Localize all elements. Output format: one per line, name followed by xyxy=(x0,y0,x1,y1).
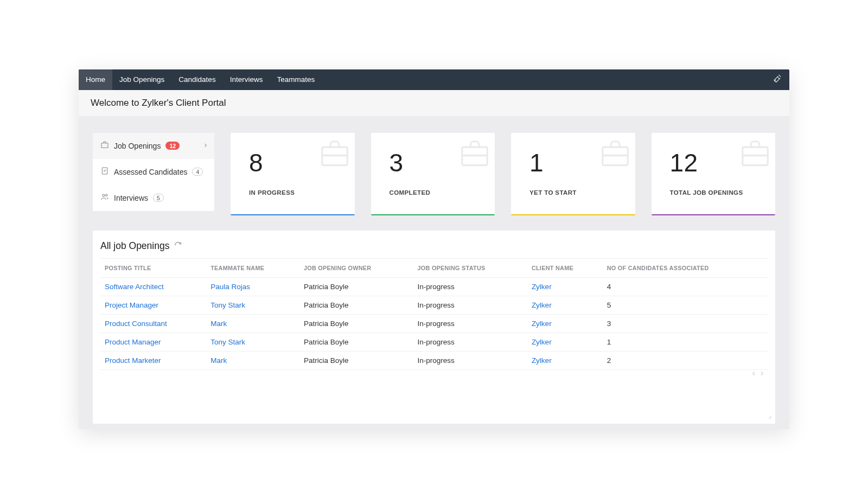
cell-client-name[interactable]: Zylker xyxy=(527,296,603,314)
cell-teammate-name-link[interactable]: Tony Stark xyxy=(210,301,245,309)
table-row: Product ConsultantMarkPatricia BoyleIn-p… xyxy=(100,314,768,333)
column-header[interactable]: CLIENT NAME xyxy=(527,258,603,277)
column-header[interactable]: POSTING TITLE xyxy=(100,258,206,277)
svg-point-2 xyxy=(103,194,105,196)
stat-underline xyxy=(511,214,635,215)
cell-job-opening-status: In-progress xyxy=(413,296,527,314)
cell-job-opening-status: In-progress xyxy=(413,333,527,351)
column-header[interactable]: JOB OPENING OWNER xyxy=(299,258,413,277)
column-header[interactable]: NO OF CANDIDATES ASSOCIATED xyxy=(603,258,768,277)
cell-posting-title[interactable]: Software Architect xyxy=(100,277,206,296)
sidebar-item-badge: 4 xyxy=(192,168,203,176)
cell-client-name[interactable]: Zylker xyxy=(527,351,603,369)
column-header[interactable]: TEAMMATE NAME xyxy=(206,258,299,277)
stat-label: YET TO START xyxy=(529,189,635,196)
sidebar-item-icon xyxy=(100,167,109,177)
cell-client-name[interactable]: Zylker xyxy=(527,333,603,351)
resize-handle-icon[interactable] xyxy=(764,412,772,422)
cell-job-opening-owner: Patricia Boyle xyxy=(299,296,413,314)
pager-prev-icon[interactable] xyxy=(750,369,757,379)
chevron-right-icon xyxy=(202,142,209,150)
cell-teammate-name-link[interactable]: Paula Rojas xyxy=(210,283,250,291)
cell-job-opening-status: In-progress xyxy=(413,277,527,296)
openings-table: POSTING TITLETEAMMATE NAMEJOB OPENING OW… xyxy=(100,258,768,370)
cell-posting-title-link[interactable]: Software Architect xyxy=(105,283,164,291)
cell-job-opening-status: In-progress xyxy=(413,351,527,369)
sidebar: Job Openings12Assessed Candidates4Interv… xyxy=(93,133,214,211)
cell-posting-title[interactable]: Product Manager xyxy=(100,333,206,351)
cell-candidates-count: 1 xyxy=(603,333,768,351)
stat-card-yet-to-start[interactable]: 1YET TO START xyxy=(511,133,635,215)
stat-card-completed[interactable]: 3COMPLETED xyxy=(371,133,495,215)
svg-line-13 xyxy=(770,417,771,418)
settings-tools-icon[interactable] xyxy=(772,74,782,86)
pager-next-icon[interactable] xyxy=(758,369,765,379)
cell-posting-title-link[interactable]: Project Manager xyxy=(105,301,158,309)
sidebar-item-interviews[interactable]: Interviews5 xyxy=(93,185,214,211)
stat-underline xyxy=(652,214,776,215)
table-row: Software ArchitectPaula RojasPatricia Bo… xyxy=(100,277,768,296)
nav-item-job-openings[interactable]: Job Openings xyxy=(112,69,171,90)
stat-label: COMPLETED xyxy=(390,189,495,196)
svg-rect-0 xyxy=(101,143,108,148)
sidebar-item-badge: 12 xyxy=(165,142,180,150)
nav-item-home[interactable]: Home xyxy=(79,69,112,90)
cell-posting-title[interactable]: Product Consultant xyxy=(100,314,206,333)
stats-row: 8IN PROGRESS3COMPLETED1YET TO START12TOT… xyxy=(231,133,775,215)
briefcase-icon xyxy=(738,137,772,173)
cell-job-opening-owner: Patricia Boyle xyxy=(299,351,413,369)
content-area: Job Openings12Assessed Candidates4Interv… xyxy=(79,117,789,429)
svg-line-12 xyxy=(769,416,771,419)
cell-job-opening-status: In-progress xyxy=(413,314,527,333)
cell-candidates-count: 5 xyxy=(603,296,768,314)
sidebar-item-label: Assessed Candidates xyxy=(114,168,187,176)
stat-label: IN PROGRESS xyxy=(249,189,355,196)
stat-underline xyxy=(371,214,495,215)
cell-teammate-name[interactable]: Paula Rojas xyxy=(206,277,299,296)
cell-posting-title-link[interactable]: Product Consultant xyxy=(105,320,167,328)
nav-item-interviews[interactable]: Interviews xyxy=(223,69,270,90)
cell-teammate-name-link[interactable]: Mark xyxy=(210,356,227,365)
sidebar-item-label: Job Openings xyxy=(114,142,161,150)
cell-posting-title-link[interactable]: Product Marketer xyxy=(105,356,161,365)
sidebar-item-badge: 5 xyxy=(153,194,164,202)
cell-teammate-name[interactable]: Mark xyxy=(206,351,299,369)
sidebar-item-label: Interviews xyxy=(114,194,148,202)
cell-posting-title-link[interactable]: Product Manager xyxy=(105,338,161,346)
svg-point-3 xyxy=(106,194,107,196)
all-job-openings-panel: All job Openings POSTING TITLETEAMMATE N… xyxy=(93,231,775,424)
briefcase-icon xyxy=(598,137,632,173)
cell-client-name[interactable]: Zylker xyxy=(527,314,603,333)
table-row: Project ManagerTony StarkPatricia BoyleI… xyxy=(100,296,768,314)
cell-posting-title[interactable]: Project Manager xyxy=(100,296,206,314)
cell-teammate-name-link[interactable]: Tony Stark xyxy=(210,338,245,346)
cell-posting-title[interactable]: Product Marketer xyxy=(100,351,206,369)
cell-teammate-name[interactable]: Mark xyxy=(206,314,299,333)
cell-client-name-link[interactable]: Zylker xyxy=(532,320,552,328)
sidebar-item-icon xyxy=(100,141,109,151)
refresh-icon[interactable] xyxy=(174,240,182,252)
cell-job-opening-owner: Patricia Boyle xyxy=(299,333,413,351)
cell-client-name[interactable]: Zylker xyxy=(527,277,603,296)
stat-card-in-progress[interactable]: 8IN PROGRESS xyxy=(231,133,355,215)
sidebar-item-job-openings[interactable]: Job Openings12 xyxy=(93,133,214,159)
cell-client-name-link[interactable]: Zylker xyxy=(532,338,552,346)
nav-item-teammates[interactable]: Teammates xyxy=(270,69,322,90)
briefcase-icon xyxy=(318,137,352,173)
sidebar-item-assessed-candidates[interactable]: Assessed Candidates4 xyxy=(93,159,214,185)
top-nav: HomeJob OpeningsCandidatesInterviewsTeam… xyxy=(79,69,789,90)
cell-candidates-count: 2 xyxy=(603,351,768,369)
stat-card-total-job-openings[interactable]: 12TOTAL JOB OPENINGS xyxy=(652,133,776,215)
stat-underline xyxy=(231,214,355,215)
cell-teammate-name-link[interactable]: Mark xyxy=(210,320,227,328)
cell-client-name-link[interactable]: Zylker xyxy=(532,356,552,365)
cell-client-name-link[interactable]: Zylker xyxy=(532,301,552,309)
column-header[interactable]: JOB OPENING STATUS xyxy=(413,258,527,277)
cell-teammate-name[interactable]: Tony Stark xyxy=(206,333,299,351)
cell-teammate-name[interactable]: Tony Stark xyxy=(206,296,299,314)
nav-item-candidates[interactable]: Candidates xyxy=(171,69,222,90)
cell-client-name-link[interactable]: Zylker xyxy=(532,283,552,291)
cell-candidates-count: 4 xyxy=(603,277,768,296)
table-row: Product MarketerMarkPatricia BoyleIn-pro… xyxy=(100,351,768,369)
cell-job-opening-owner: Patricia Boyle xyxy=(299,277,413,296)
